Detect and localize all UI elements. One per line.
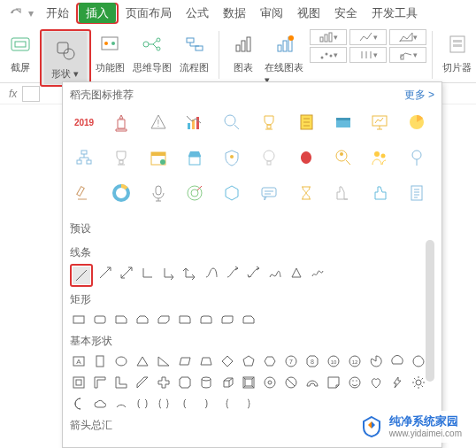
octagon-shape[interactable]: 8 bbox=[303, 352, 321, 370]
elbow-double-shape[interactable] bbox=[181, 264, 199, 282]
right-triangle-shape[interactable] bbox=[155, 352, 173, 370]
tab-page-layout[interactable]: 页面布局 bbox=[119, 2, 179, 25]
cube-shape[interactable] bbox=[219, 374, 236, 391]
can-shape[interactable] bbox=[197, 374, 215, 391]
tab-start[interactable]: 开始 bbox=[39, 2, 76, 25]
magnifier-icon[interactable] bbox=[218, 108, 246, 136]
right-bracket-shape[interactable] bbox=[197, 395, 215, 413]
heptagon-shape[interactable]: 7 bbox=[282, 352, 300, 370]
tab-review[interactable]: 审阅 bbox=[253, 2, 290, 25]
document-icon[interactable] bbox=[403, 179, 431, 207]
dropdown-caret-icon[interactable]: ▾ bbox=[28, 7, 34, 19]
elbow-shape[interactable] bbox=[139, 264, 157, 282]
oval-shape[interactable] bbox=[112, 352, 130, 370]
left-bracket-shape[interactable] bbox=[176, 395, 194, 413]
teardrop-shape[interactable] bbox=[410, 352, 427, 370]
mini-scatter-icon[interactable]: ▾ bbox=[310, 47, 347, 63]
formula-input[interactable] bbox=[22, 86, 40, 102]
double-arrow-shape[interactable] bbox=[118, 264, 135, 282]
presentation-icon[interactable] bbox=[365, 108, 394, 136]
arc-shape[interactable] bbox=[112, 395, 130, 413]
mini-combo-icon[interactable]: ▾ bbox=[389, 47, 426, 63]
tab-data[interactable]: 数据 bbox=[216, 2, 253, 25]
store-icon[interactable] bbox=[180, 143, 209, 172]
vtextbox-shape[interactable] bbox=[91, 352, 109, 370]
brace-pair-shape[interactable] bbox=[155, 395, 173, 413]
heart-shape[interactable] bbox=[367, 374, 385, 391]
card-icon[interactable] bbox=[329, 108, 357, 136]
mini-area-icon[interactable]: ▾ bbox=[389, 29, 426, 45]
round1-rect-shape[interactable] bbox=[176, 311, 194, 328]
frame-shape[interactable] bbox=[70, 374, 88, 391]
arrow-line-shape[interactable] bbox=[96, 264, 114, 282]
snip-diag-shape[interactable] bbox=[155, 311, 173, 328]
ribbon-slicer[interactable]: 切片器 bbox=[440, 29, 474, 74]
redo-icon[interactable] bbox=[9, 6, 23, 20]
hexagon-icon[interactable] bbox=[218, 179, 246, 207]
trapezoid-shape[interactable] bbox=[197, 352, 215, 370]
cross-shape[interactable] bbox=[155, 374, 173, 391]
diag-stripe-shape[interactable] bbox=[134, 374, 151, 391]
line-shape[interactable] bbox=[73, 266, 90, 284]
ribbon-flowchart[interactable]: 流程图 bbox=[177, 29, 211, 74]
noentry-shape[interactable] bbox=[282, 374, 300, 391]
mini-line-icon[interactable]: ▾ bbox=[349, 29, 387, 45]
year-2019-icon[interactable]: 2019 bbox=[70, 108, 98, 136]
tab-view[interactable]: 视图 bbox=[290, 2, 327, 25]
thumbs-down-icon[interactable] bbox=[329, 179, 357, 207]
pentagon-shape[interactable] bbox=[240, 352, 257, 370]
people-icon[interactable] bbox=[365, 143, 394, 172]
tab-insert[interactable]: 插入 bbox=[79, 3, 116, 23]
round-diag-shape[interactable] bbox=[219, 311, 236, 328]
chord-shape[interactable] bbox=[388, 352, 406, 370]
tab-formula[interactable]: 公式 bbox=[179, 2, 216, 25]
snip1-rect-shape[interactable] bbox=[112, 311, 130, 328]
comment-icon[interactable] bbox=[255, 179, 283, 207]
right-brace-shape[interactable] bbox=[240, 395, 257, 413]
hourglass-icon[interactable] bbox=[292, 179, 320, 207]
smiley-shape[interactable] bbox=[346, 374, 364, 391]
red-blob-icon[interactable] bbox=[292, 143, 320, 172]
scribble-shape[interactable] bbox=[309, 264, 326, 282]
snip-round-shape[interactable] bbox=[240, 311, 257, 328]
parallelogram-shape[interactable] bbox=[176, 352, 194, 370]
calendar-icon[interactable] bbox=[144, 143, 173, 172]
block-arc-shape[interactable] bbox=[303, 374, 321, 391]
elbow-arrow-shape[interactable] bbox=[160, 264, 178, 282]
trophy2-icon[interactable] bbox=[107, 143, 135, 172]
monument-icon[interactable] bbox=[107, 108, 135, 136]
lightning-shape[interactable] bbox=[388, 374, 406, 391]
half-frame-shape[interactable] bbox=[91, 374, 109, 391]
curve-shape[interactable] bbox=[203, 264, 220, 282]
bevel-shape[interactable] bbox=[240, 374, 257, 391]
tab-dev[interactable]: 开发工具 bbox=[365, 2, 425, 25]
curve-double-shape[interactable] bbox=[245, 264, 263, 282]
warning-icon[interactable]: ! bbox=[144, 108, 173, 136]
lightbulb-icon[interactable] bbox=[255, 143, 283, 172]
donut-icon[interactable] bbox=[107, 179, 135, 207]
gavel-icon[interactable] bbox=[70, 179, 98, 207]
pie-icon[interactable] bbox=[403, 108, 431, 136]
more-link[interactable]: 更多 > bbox=[404, 88, 434, 103]
tab-security[interactable]: 安全 bbox=[327, 2, 365, 25]
cloud-shape[interactable] bbox=[91, 395, 109, 413]
textbox-shape[interactable]: A bbox=[70, 352, 88, 370]
round2-rect-shape[interactable] bbox=[197, 311, 215, 328]
plaque-shape[interactable] bbox=[176, 374, 194, 391]
scrollbar[interactable] bbox=[426, 240, 434, 382]
donut-shape[interactable] bbox=[261, 374, 279, 391]
moon-shape[interactable] bbox=[70, 395, 88, 413]
ribbon-online-chart[interactable]: 在线图表 ▾ bbox=[265, 29, 304, 86]
mini-bar-icon[interactable]: ▾ bbox=[310, 29, 347, 45]
rect-shape[interactable] bbox=[70, 311, 88, 328]
trophy-icon[interactable] bbox=[255, 108, 283, 136]
ribbon-screenshot[interactable]: 截屏 bbox=[4, 29, 38, 74]
decagon-shape[interactable]: 10 bbox=[325, 352, 342, 370]
pin-icon[interactable] bbox=[403, 143, 431, 172]
bar-chart-icon[interactable] bbox=[180, 108, 209, 136]
mic-icon[interactable] bbox=[144, 179, 173, 207]
ribbon-shape[interactable]: 形状 ▾ bbox=[44, 32, 87, 84]
left-brace-shape[interactable] bbox=[219, 395, 236, 413]
search-person-icon[interactable] bbox=[329, 143, 357, 172]
diamond-shape[interactable] bbox=[219, 352, 236, 370]
